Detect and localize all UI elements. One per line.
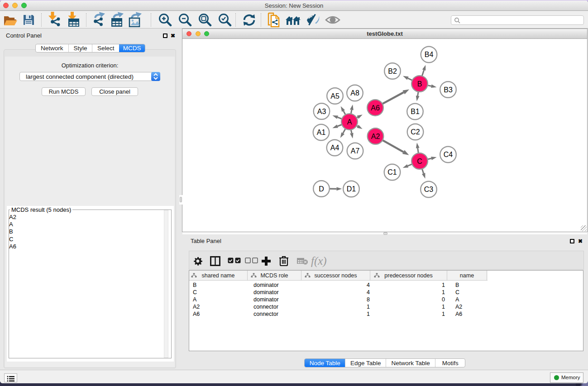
svg-text:D1: D1	[347, 185, 356, 193]
svg-text:A1: A1	[317, 129, 326, 136]
svg-text:C4: C4	[444, 151, 453, 158]
svg-text:A8: A8	[350, 89, 359, 97]
svg-text:A2: A2	[371, 133, 380, 140]
svg-text:A4: A4	[330, 144, 339, 152]
svg-text:B4: B4	[425, 51, 434, 58]
svg-text:B3: B3	[444, 86, 453, 94]
svg-text:D: D	[319, 185, 324, 193]
svg-text:B2: B2	[388, 67, 397, 75]
svg-text:C2: C2	[411, 128, 420, 136]
svg-text:A5: A5	[330, 92, 339, 100]
svg-text:B: B	[417, 80, 422, 88]
svg-text:B1: B1	[411, 108, 420, 115]
svg-text:A: A	[347, 118, 352, 126]
svg-text:C: C	[417, 157, 422, 165]
svg-text:A6: A6	[371, 104, 380, 112]
svg-text:A3: A3	[317, 108, 326, 115]
svg-text:A7: A7	[351, 147, 360, 155]
svg-text:C3: C3	[424, 186, 434, 193]
svg-text:C1: C1	[387, 168, 397, 176]
